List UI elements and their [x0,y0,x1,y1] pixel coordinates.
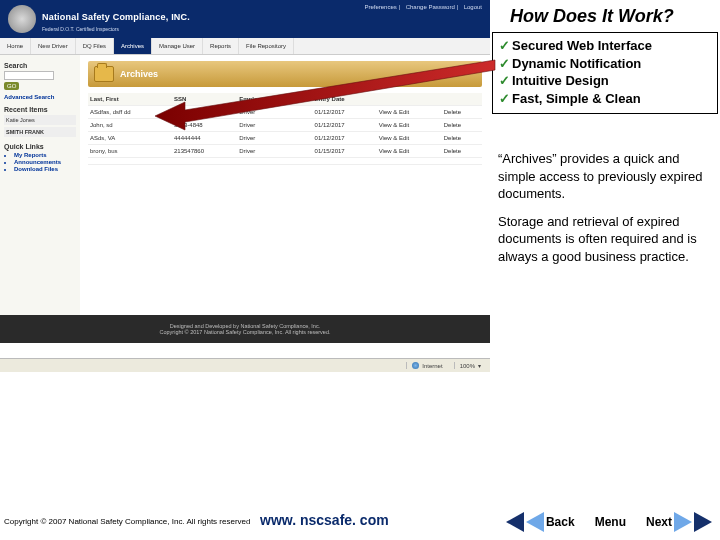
recent-item[interactable]: Katie Jones [4,115,76,125]
cell: ASds, VA [88,132,172,145]
quick-heading: Quick Links [4,143,76,150]
app-preview: National Safety Compliance, INC. Federal… [0,0,490,360]
delete-link[interactable]: Delete [442,119,482,132]
zone-label: Internet [422,363,442,369]
cell: 01/15/2017 [313,145,377,158]
col-header [442,93,482,106]
panel-title: Archives [120,69,158,79]
delete-link[interactable]: Delete [442,145,482,158]
cell: Driver [237,119,312,132]
col-header: SSN [172,93,237,106]
tab-manage-user[interactable]: Manage User [152,38,203,54]
cell: Driver [237,145,312,158]
col-header: Entry Date [313,93,377,106]
cell [237,158,312,165]
cell [313,158,377,165]
para: “Archives” provides a quick and simple a… [498,150,713,203]
slide-title: How Does It Work? [510,6,715,27]
bullet: Dynamic Notification [512,56,641,71]
brand: National Safety Compliance, INC. [42,12,190,22]
quick-link[interactable]: My Reports [14,152,76,158]
globe-icon [412,362,419,369]
go-button[interactable]: GO [4,82,19,90]
view-edit-link[interactable]: View & Edit [377,119,442,132]
site-url: www. nscsafe. com [260,512,389,528]
delete-link[interactable]: Delete [442,132,482,145]
pref-link[interactable]: Preferences [364,4,396,10]
svg-marker-1 [506,512,524,532]
col-header: Employment [237,93,312,106]
app-main: Archives Last, FirstSSNEmploymentEntry D… [80,55,490,315]
tab-dq-files[interactable]: DQ Files [76,38,114,54]
para: Storage and retrieval of expired documen… [498,213,713,266]
recent-item[interactable]: SMITH FRANK [4,127,76,137]
app-tabs: Home New Driver DQ Files Archives Manage… [0,38,490,55]
search-input[interactable] [4,71,54,80]
brand-sub: Federal D.O.T. Certified Inspectors [42,26,190,32]
top-links: Preferences | Change Password | Logout [360,4,482,10]
sidebar: Search GO Advanced Search Recent Items K… [0,55,80,315]
cell: 44444444 [172,132,237,145]
tab-file-repo[interactable]: File Repository [239,38,294,54]
cell: 01/12/2017 [313,106,377,119]
app-footer: Designed and Developed by National Safet… [0,315,490,343]
cell: John, sd [88,119,172,132]
back-label: Back [546,515,575,529]
svg-marker-4 [694,512,712,532]
menu-button[interactable]: Menu [593,515,628,529]
app-header: National Safety Compliance, INC. Federal… [0,0,490,38]
cell: brony, bus [88,145,172,158]
svg-marker-3 [674,512,692,532]
archives-table: Last, FirstSSNEmploymentEntry Date ASdfa… [88,93,482,165]
search-heading: Search [4,62,76,69]
logout-link[interactable]: Logout [464,4,482,10]
archives-bar: Archives [88,61,482,87]
table-row [88,158,482,165]
next-button[interactable]: Next [644,512,714,532]
check-icon: ✓ [499,56,510,71]
tab-home[interactable]: Home [0,38,31,54]
adv-search-link[interactable]: Advanced Search [4,94,76,100]
cell: 01/12/2017 [313,119,377,132]
browser-status-bar: Internet 100% ▾ [0,358,490,372]
next-label: Next [646,515,672,529]
zoom-label: 100% [460,363,475,369]
view-edit-link[interactable]: View & Edit [377,132,442,145]
copyright: Copyright © 2007 National Safety Complia… [4,517,250,526]
svg-marker-2 [526,512,544,532]
tab-new-driver[interactable]: New Driver [31,38,76,54]
cell: 98-98-1623 [172,106,237,119]
bullet: Intuitive Design [512,73,609,88]
cell: 3333-4848 [172,119,237,132]
bullet-box: ✓Secured Web Interface ✓Dynamic Notifica… [492,32,718,114]
delete-link[interactable]: Delete [442,106,482,119]
view-edit-link [377,158,442,165]
chgpw-link[interactable]: Change Password [406,4,455,10]
body-text: “Archives” provides a quick and simple a… [498,150,713,275]
check-icon: ✓ [499,91,510,106]
col-header: Last, First [88,93,172,106]
quick-link[interactable]: Announcements [14,159,76,165]
bullet: Fast, Simple & Clean [512,91,641,106]
table-row: ASdfas, dsff dd98-98-1623Driver01/12/201… [88,106,482,119]
nav-buttons: Back Menu Next [504,512,714,532]
cell [172,158,237,165]
quick-link[interactable]: Download Files [14,166,76,172]
tab-archives[interactable]: Archives [114,38,152,54]
menu-label: Menu [595,515,626,529]
col-header [377,93,442,106]
check-icon: ✓ [499,73,510,88]
view-edit-link[interactable]: View & Edit [377,106,442,119]
table-row: John, sd3333-4848Driver01/12/2017View & … [88,119,482,132]
back-button[interactable]: Back [504,512,577,532]
cell: 01/12/2017 [313,132,377,145]
tab-reports[interactable]: Reports [203,38,239,54]
cell: 213547860 [172,145,237,158]
folder-icon [94,66,114,82]
table-row: brony, bus213547860Driver01/15/2017View … [88,145,482,158]
bullet: Secured Web Interface [512,38,652,53]
seal-icon [8,5,36,33]
footer-line2: Copyright © 2017 National Safety Complia… [160,329,331,335]
delete-link [442,158,482,165]
view-edit-link[interactable]: View & Edit [377,145,442,158]
